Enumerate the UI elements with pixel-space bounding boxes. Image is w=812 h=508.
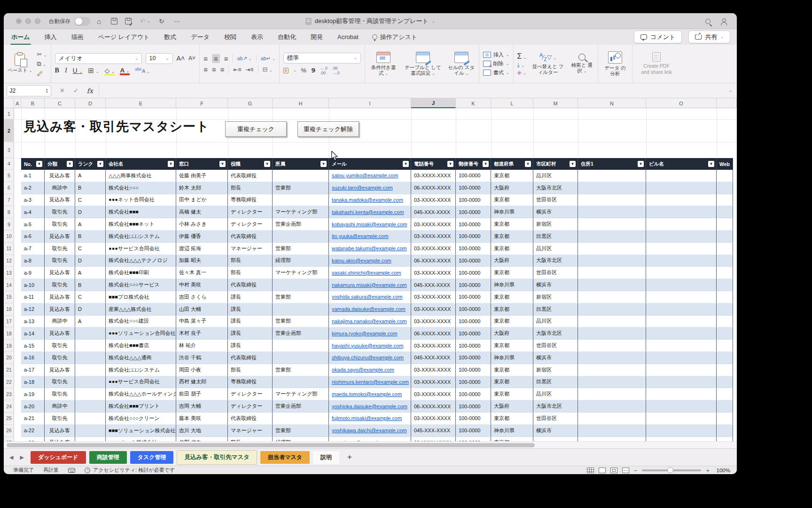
row-header-21[interactable]: 21 bbox=[4, 364, 14, 376]
cell-city[interactable]: 世田谷区 bbox=[533, 413, 578, 425]
cell-bldg[interactable] bbox=[646, 230, 717, 243]
cell-addr1[interactable] bbox=[578, 400, 646, 413]
cell-contact[interactable]: 伊藤 優香 bbox=[176, 230, 228, 243]
cell-city[interactable]: 横浜市 bbox=[533, 352, 578, 364]
cell-pref[interactable]: 東京都 bbox=[491, 303, 533, 316]
bold-icon[interactable]: B bbox=[55, 67, 59, 74]
cell-category[interactable]: 見込み客 bbox=[45, 364, 75, 376]
cell-web[interactable] bbox=[717, 291, 733, 303]
ribbon-tab-7[interactable]: 校閲 bbox=[223, 33, 237, 41]
cell-pref[interactable]: 東京都 bbox=[491, 413, 533, 425]
row-header-11[interactable]: 11 bbox=[4, 243, 14, 255]
delete-cells-button[interactable]: 削除 ⌄ bbox=[483, 60, 509, 67]
column-header-G[interactable]: G bbox=[228, 98, 273, 108]
sheet-tab-3[interactable]: タスク管理 bbox=[130, 451, 174, 464]
email-link[interactable]: yoshioka.daisuke@example.com bbox=[332, 404, 407, 409]
view-normal-icon[interactable] bbox=[599, 468, 606, 473]
cell-role[interactable]: 代表取締役 bbox=[228, 279, 273, 291]
cell-zip[interactable]: 100-0000 bbox=[456, 170, 491, 182]
cell-city[interactable]: 目黒区 bbox=[533, 376, 578, 389]
cell-dept[interactable] bbox=[273, 303, 329, 316]
cell-city[interactable]: 大阪市北区 bbox=[533, 327, 578, 340]
cell-phone[interactable]: 03-XXXX-XXXX bbox=[411, 388, 456, 400]
format-cells-button[interactable]: 書式 ⌄ bbox=[483, 69, 509, 76]
cell-contact[interactable]: 西村 健太郎 bbox=[176, 376, 228, 389]
email-link[interactable]: yoshikawa.daichi@example.com bbox=[332, 428, 407, 433]
cell-zip[interactable]: 100-0000 bbox=[456, 316, 491, 328]
cell-phone[interactable]: 045-XXX-XXXX bbox=[411, 206, 456, 218]
cell-rank[interactable]: A bbox=[75, 316, 106, 328]
cell-rank[interactable] bbox=[75, 437, 106, 441]
cell-bldg[interactable] bbox=[646, 376, 717, 389]
cell-phone[interactable]: 06-XXXX-XXXX bbox=[411, 327, 456, 340]
increase-font-icon[interactable]: A˄ bbox=[177, 55, 185, 62]
cell-web[interactable] bbox=[717, 352, 733, 364]
cell-web[interactable] bbox=[717, 230, 733, 243]
cell-zip[interactable]: 100-0000 bbox=[456, 352, 491, 364]
cell-web[interactable] bbox=[717, 376, 733, 389]
cell-city[interactable] bbox=[533, 437, 578, 441]
cell-contact[interactable]: 前田 朋子 bbox=[176, 388, 228, 400]
cell-role[interactable]: ディレクター bbox=[228, 400, 273, 413]
cell-dept[interactable]: 営業部 bbox=[273, 425, 329, 437]
cell-web[interactable] bbox=[717, 316, 733, 328]
cell-rank[interactable]: B bbox=[75, 279, 106, 291]
cell-no[interactable]: a-18 bbox=[21, 376, 45, 389]
cell-rank[interactable]: C bbox=[75, 243, 106, 255]
cell-no[interactable]: a-19 bbox=[21, 388, 45, 400]
cell-no[interactable]: a-10 bbox=[21, 279, 45, 291]
cell-web[interactable] bbox=[717, 206, 733, 218]
cell-category[interactable]: 取引先 bbox=[45, 340, 75, 352]
row-header-17[interactable]: 17 bbox=[4, 316, 14, 328]
cell-phone[interactable]: 03-XXXX-XXXX bbox=[411, 364, 456, 376]
share-button[interactable]: 共有 ⌄ bbox=[688, 31, 730, 43]
cell-no[interactable]: a-16 bbox=[21, 352, 45, 364]
cell-city[interactable]: 世田谷区 bbox=[533, 340, 578, 352]
cell-phone[interactable]: 03-XXXX-XXXX bbox=[411, 230, 456, 243]
email-link[interactable]: kimura.ryoko@example.com bbox=[332, 331, 398, 336]
cell-city[interactable]: 新宿区 bbox=[533, 364, 578, 376]
cell-role[interactable]: 代表取締役 bbox=[228, 230, 273, 243]
cell-role[interactable]: 課長 bbox=[228, 327, 273, 340]
cell-zip[interactable]: 100-0000 bbox=[456, 376, 491, 389]
keyboard-shortcuts-icon[interactable] bbox=[68, 468, 75, 473]
row-header-14[interactable]: 14 bbox=[4, 279, 14, 291]
cell-phone[interactable]: 03-XXXX-XXXX bbox=[411, 170, 456, 182]
cell-rank[interactable]: A bbox=[75, 218, 106, 230]
cell-addr1[interactable] bbox=[578, 425, 646, 437]
cell-zip[interactable]: 100-0000 bbox=[456, 437, 491, 441]
cell-email[interactable]: nakajima.nanako@example.com bbox=[329, 316, 411, 328]
column-header-F[interactable]: F bbox=[176, 98, 228, 108]
cell-category[interactable]: 見込み客 bbox=[45, 267, 75, 279]
cell-phone[interactable]: 03-XXXX-XXXX bbox=[411, 194, 456, 206]
cell-role[interactable]: 代表取締役 bbox=[228, 170, 273, 182]
filter-button[interactable]: ▼ bbox=[36, 161, 42, 167]
cell-city[interactable]: 大阪市北区 bbox=[533, 400, 578, 413]
email-link[interactable]: fujimoto.misaki@example.com bbox=[332, 415, 402, 421]
cell-role[interactable]: 専務取締役 bbox=[228, 194, 273, 206]
cell-rank[interactable] bbox=[75, 400, 106, 413]
cell-web[interactable] bbox=[717, 437, 733, 441]
accessibility-status[interactable]: アクセシビリティ: 検討が必要です bbox=[85, 467, 175, 474]
cell-web[interactable] bbox=[717, 194, 733, 206]
cell-pref[interactable]: 東京都 bbox=[491, 291, 533, 303]
cell-zip[interactable]: 100-0000 bbox=[456, 267, 491, 279]
font-color-icon[interactable]: A ⌄ bbox=[120, 67, 130, 74]
cell-category[interactable]: 見込み客 bbox=[45, 437, 75, 441]
filter-button[interactable]: ▼ bbox=[447, 161, 453, 167]
cell-web[interactable] bbox=[717, 400, 733, 413]
sheet-tab-2[interactable]: 商談管理 bbox=[89, 451, 127, 464]
cell-rank[interactable] bbox=[75, 364, 106, 376]
cell-category[interactable]: 取引先 bbox=[45, 388, 75, 400]
find-select-button[interactable]: 検索と 選択 ⌄ bbox=[570, 54, 594, 73]
sheet-tab-1[interactable]: ダッシュボード bbox=[31, 451, 86, 464]
cell-email[interactable]: tanaka.madoka@example.com bbox=[329, 194, 411, 206]
cell-city[interactable]: 目黒区 bbox=[533, 230, 578, 243]
cell-zip[interactable]: 100-0000 bbox=[456, 255, 491, 267]
email-link[interactable]: maeda.tomoko@example.com bbox=[332, 391, 402, 397]
cell-city[interactable]: 大阪市北区 bbox=[533, 182, 578, 194]
cell-role[interactable]: 部長 bbox=[228, 255, 273, 267]
cell-dept[interactable]: 営業企画部 bbox=[273, 218, 329, 230]
filter-button[interactable]: ▼ bbox=[67, 161, 73, 167]
cell-city[interactable]: 大阪市北区 bbox=[533, 255, 578, 267]
